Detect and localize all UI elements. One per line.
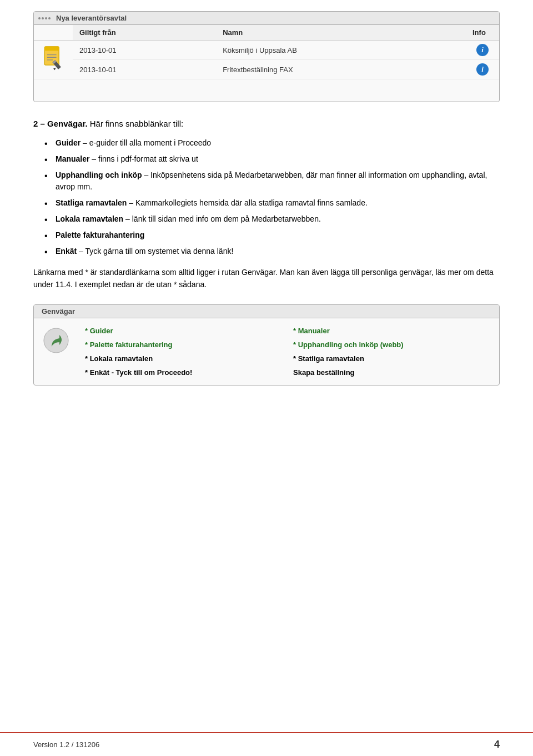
bullet-rest: – Kammarkollegiets hemsida där alla stat… [129, 198, 368, 207]
row1-name: Köksmiljö i Uppsala AB [216, 41, 466, 60]
genvagar-link-bestallning[interactable]: Skapa beställning [293, 367, 490, 378]
row1-info[interactable]: i [466, 41, 499, 60]
section2-intro: Här finns snabblänkar till: [90, 119, 183, 128]
row2-info[interactable]: i [466, 60, 499, 79]
genvagar-link-statliga[interactable]: * Statliga ramavtalen [293, 353, 490, 364]
info-button-2[interactable]: i [476, 63, 489, 76]
bullet-bold: Upphandling och inköp [56, 171, 142, 179]
bullet-bold: Lokala ramavtalen [56, 214, 123, 223]
bullet-bold: Manualer [56, 154, 89, 163]
genvagar-title: Genvägar [42, 307, 75, 316]
col-header-date: Giltigt från [73, 25, 216, 41]
genvagar-title-bar: Genvägar [34, 305, 499, 318]
list-item: Guider – e-guider till alla moment i Pro… [44, 137, 500, 149]
genvagar-link-guider[interactable]: * Guider [85, 325, 282, 337]
genvagar-link-upphandling[interactable]: * Upphandling och inköp (webb) [293, 339, 490, 351]
list-item: Lokala ramavtalen – länk till sidan med … [44, 213, 500, 225]
paragraph1: Länkarna med * är standardlänkarna som a… [33, 266, 500, 291]
leverantorsavtal-table: Giltigt från Namn Info [34, 25, 499, 102]
genvagar-icon-cell [43, 325, 76, 378]
shortcut-arrow-icon [43, 327, 69, 354]
widget-title: Nya leverantörsavtal [56, 14, 127, 22]
bullet-rest: – e-guider till alla moment i Proceedo [83, 138, 211, 147]
document-icon [42, 46, 65, 72]
section2-heading-bold: 2 – Genvägar. [33, 119, 88, 128]
page-number: 4 [494, 739, 500, 750]
bullet-bold: Enkät [56, 247, 77, 256]
svg-marker-6 [53, 68, 56, 71]
widget-title-bar: Nya leverantörsavtal [34, 12, 499, 25]
list-item: Enkät – Tyck gärna till om systemet via … [44, 246, 500, 257]
genvagar-content: * Guider * Manualer * Palette fakturahan… [34, 318, 499, 385]
list-item: Manualer – finns i pdf-format att skriva… [44, 153, 500, 165]
genvagar-link-enkat[interactable]: * Enkät - Tyck till om Proceedo! [85, 367, 282, 378]
bullet-list: Guider – e-guider till alla moment i Pro… [44, 137, 500, 257]
genvagar-link-lokala[interactable]: * Lokala ramavtalen [85, 353, 282, 364]
table-row: 2013-10-01 Fritextbeställning FAX i [34, 60, 499, 79]
table-row: 2013-10-01 Köksmiljö i Uppsala AB i [34, 41, 499, 60]
row2-name: Fritextbeställning FAX [216, 60, 466, 79]
bullet-rest: – Tyck gärna till om systemet via denna … [79, 247, 233, 256]
genvagar-links-grid: * Guider * Manualer * Palette fakturahan… [85, 325, 490, 378]
empty-row [34, 79, 499, 102]
section2-heading: 2 – Genvägar. Här finns snabblänkar till… [33, 119, 500, 128]
genvagar-widget: Genvägar * Guider * Manualer * Palette f… [33, 304, 500, 385]
row2-date: 2013-10-01 [73, 60, 216, 79]
row1-date: 2013-10-01 [73, 41, 216, 60]
bullet-rest: – länk till sidan med info om dem på Med… [125, 214, 321, 223]
list-item: Statliga ramavtalen – Kammarkollegiets h… [44, 197, 500, 209]
genvagar-link-manualer[interactable]: * Manualer [293, 325, 490, 337]
list-item: Upphandling och inköp – Inköpsenhetens s… [44, 169, 500, 193]
col-header-name: Namn [216, 25, 466, 41]
doc-icon-cell [34, 41, 73, 79]
genvagar-link-palette[interactable]: * Palette fakturahantering [85, 339, 282, 351]
page-footer: Version 1.2 / 131206 4 [0, 732, 533, 756]
drag-dots-icon [38, 17, 51, 19]
bullet-rest: – finns i pdf-format att skriva ut [92, 154, 198, 163]
col-header-info: Info [466, 25, 499, 41]
bullet-bold: Statliga ramavtalen [56, 198, 127, 207]
list-item: Palette fakturahantering [44, 229, 500, 241]
bullet-bold: Palette fakturahantering [56, 231, 144, 239]
nya-leverantorsavtal-widget: Nya leverantörsavtal Giltigt från Namn I… [33, 11, 500, 102]
bullet-bold: Guider [56, 138, 81, 147]
svg-rect-1 [44, 47, 59, 51]
version-label: Version 1.2 / 131206 [33, 740, 99, 749]
info-button-1[interactable]: i [476, 44, 489, 56]
